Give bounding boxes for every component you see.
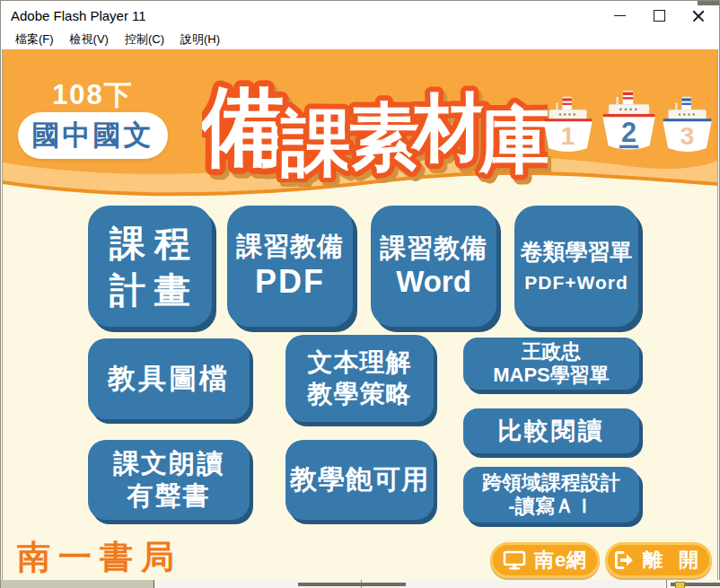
button-label: 課文朗讀 [113, 448, 224, 479]
button-label: 課習教備 [236, 231, 344, 262]
button-curriculum-plan[interactable]: 課程計畫 [88, 206, 212, 327]
menu-item-2[interactable]: 控制(C) [117, 30, 172, 49]
window-controls [600, 2, 718, 30]
button-label: 教具圖檔 [108, 362, 230, 396]
menu-item-3[interactable]: 說明(H) [172, 30, 228, 49]
button-label: -讀寫ＡＩ [508, 495, 593, 518]
button-label: 教學飽可用 [290, 463, 429, 496]
button-label: 有聲書 [127, 480, 211, 512]
close-button[interactable] [679, 2, 718, 30]
background-window-corner [698, 1, 719, 5]
button-audio-book[interactable]: 課文朗讀有聲書 [88, 440, 250, 520]
publisher-logo: 南一書局 [17, 535, 182, 580]
app-title: 備課素材庫 [202, 53, 548, 182]
svg-text:3: 3 [680, 121, 695, 150]
button-label: 計畫 [110, 267, 199, 313]
button-label: PDF+Word [524, 271, 628, 294]
subject-badge: 國中國文 [18, 112, 168, 159]
minimize-icon [614, 15, 626, 16]
page-ships: 123 [543, 91, 716, 173]
minimize-button[interactable] [600, 2, 639, 30]
table-text [298, 583, 406, 586]
svg-text:備: 備 [202, 78, 286, 174]
table-line [666, 580, 667, 588]
button-label: MAPS學習單 [493, 364, 610, 387]
button-label: 課習教備 [380, 233, 487, 264]
button-worksheets-pdf-word[interactable]: 卷類學習單PDF+Word [514, 206, 638, 327]
menu-item-1[interactable]: 檢視(V) [62, 30, 117, 49]
button-label: 比較閱讀 [497, 417, 605, 446]
button-label: 卷類學習單 [521, 238, 633, 266]
semester-label: 108下 [18, 76, 168, 114]
background-window-table [154, 580, 720, 588]
svg-text:2: 2 [621, 117, 637, 147]
maximize-button[interactable] [639, 2, 679, 30]
button-label: 王政忠 [522, 340, 581, 364]
maximize-icon [654, 10, 665, 22]
exit-label: 離 開 [643, 547, 704, 574]
button-label: 課程 [110, 220, 199, 267]
flash-stage: 108下 國中國文 備課素材庫 123 課程計畫課習教備PDF課習教備Word卷… [2, 49, 718, 580]
subject-badge-label: 國中國文 [32, 117, 154, 154]
button-text-comprehension[interactable]: 文本理解教學策略 [285, 335, 434, 422]
menu-bar: 檔案(F)檢視(V)控制(C)說明(H) [2, 30, 718, 49]
button-guide-pdf[interactable]: 課習教備PDF [227, 206, 353, 327]
title-bar: Adobe Flash Player 11 [2, 2, 718, 30]
flash-player-window: Adobe Flash Player 11 檔案(F)檢視(V)控制(C)說明(… [0, 0, 720, 588]
button-guide-word[interactable]: 課習教備Word [371, 206, 496, 327]
menu-item-0[interactable]: 檔案(F) [7, 30, 62, 49]
exit-arrow-icon [613, 550, 635, 570]
button-maps-worksheet[interactable]: 王政忠MAPS學習單 [463, 338, 639, 390]
nane-web-button[interactable]: 南e網 [490, 542, 600, 578]
svg-text:庫: 庫 [479, 101, 548, 180]
button-label: PDF [255, 262, 325, 302]
button-compare-reading[interactable]: 比較閱讀 [463, 408, 639, 453]
ship-page-3[interactable]: 3 [663, 97, 711, 152]
button-label: 跨領域課程設計 [482, 471, 620, 495]
svg-text:1: 1 [561, 121, 575, 150]
exit-button[interactable]: 離 開 [605, 542, 712, 578]
nane-web-label: 南e網 [534, 547, 587, 574]
close-icon [692, 10, 705, 22]
svg-text:素: 素 [348, 97, 420, 177]
button-label: 文本理解 [308, 347, 412, 378]
background-window-sliver [1, 580, 720, 588]
ship-page-2[interactable]: 2 [603, 91, 655, 150]
button-label: Word [396, 264, 471, 300]
monitor-icon [503, 550, 526, 570]
window-title: Adobe Flash Player 11 [2, 8, 600, 23]
ship-page-1[interactable]: 1 [543, 97, 592, 152]
button-label: 教學策略 [308, 379, 412, 409]
button-teaching-aids[interactable]: 教具圖檔 [88, 338, 250, 419]
svg-text:材: 材 [410, 86, 487, 168]
button-teaching-bao[interactable]: 教學飽可用 [285, 440, 434, 520]
button-cross-domain-ai[interactable]: 跨領域課程設計-讀寫ＡＩ [463, 467, 639, 522]
svg-text:課: 課 [280, 103, 354, 182]
table-cell-icon [675, 582, 685, 588]
